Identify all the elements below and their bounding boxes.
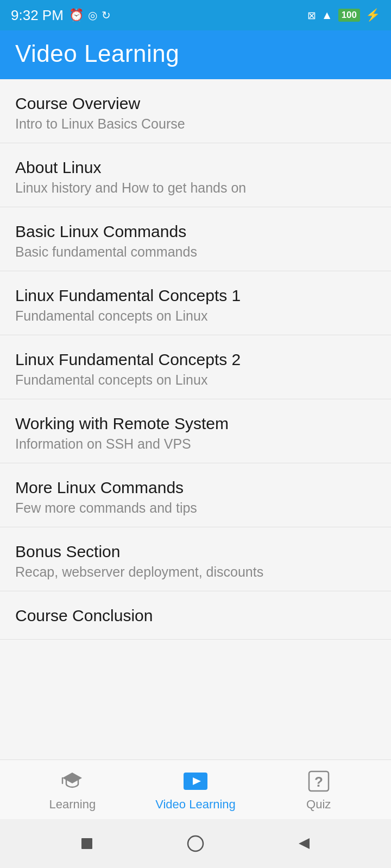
recent-apps-button[interactable] [77,834,97,853]
course-item-subtitle: Fundamental concepts on Linux [15,372,376,388]
video-learning-icon [182,768,209,794]
nav-label-quiz: Quiz [306,797,331,812]
svg-rect-4 [81,838,92,849]
course-item-title: Basic Linux Commands [15,222,376,241]
system-nav [0,819,391,868]
course-item[interactable]: Course Conclusion [0,591,391,640]
course-item-title: Linux Fundamental Concepts 1 [15,286,376,305]
screen-record-icon: ⊠ [307,9,316,22]
course-item-title: About Linux [15,158,376,177]
course-item[interactable]: About LinuxLinux history and How to get … [0,143,391,207]
location-icon: ◎ [88,9,97,22]
course-item-subtitle: Linux history and How to get hands on [15,180,376,196]
app-title: Video Learning [15,40,376,67]
course-item-subtitle: Fundamental concepts on Linux [15,308,376,324]
course-item[interactable]: Course OverviewIntro to Linux Basics Cou… [0,79,391,143]
course-item[interactable]: Linux Fundamental Concepts 2Fundamental … [0,335,391,399]
nav-item-learning[interactable]: Learning [11,768,134,812]
course-item-subtitle: Information on SSH and VPS [15,436,376,452]
bottom-nav: Learning Video Learning ? Quiz [0,760,391,819]
svg-point-5 [188,836,203,851]
course-item-title: Bonus Section [15,542,376,561]
home-button[interactable] [186,834,205,853]
back-button[interactable] [294,834,314,853]
svg-marker-6 [299,838,310,849]
course-item-title: Linux Fundamental Concepts 2 [15,350,376,369]
course-item-subtitle: Intro to Linux Basics Course [15,116,376,132]
course-item[interactable]: Linux Fundamental Concepts 1Fundamental … [0,271,391,335]
course-item-subtitle: Basic fundamental commands [15,244,376,260]
course-item-title: Course Conclusion [15,607,376,625]
learning-icon [59,768,85,794]
course-item-title: Working with Remote System [15,414,376,433]
nav-item-quiz[interactable]: ? Quiz [257,768,380,812]
sync-icon: ↻ [102,9,111,22]
nav-item-video-learning[interactable]: Video Learning [134,768,257,812]
status-time: 9:32 PM [11,7,64,24]
quiz-icon: ? [306,768,332,794]
course-item[interactable]: Basic Linux CommandsBasic fundamental co… [0,207,391,271]
status-bar: 9:32 PM ⏰ ◎ ↻ ⊠ ▲ 100 ⚡ [0,0,391,30]
battery-text: 100 [338,9,360,22]
course-item-subtitle: Recap, webserver deployment, discounts [15,564,376,580]
app-header: Video Learning [0,30,391,79]
course-item-title: Course Overview [15,94,376,113]
course-list: Course OverviewIntro to Linux Basics Cou… [0,79,391,760]
course-item[interactable]: More Linux CommandsFew more commands and… [0,463,391,527]
svg-text:?: ? [314,774,323,790]
wifi-icon: ▲ [321,9,333,22]
course-item[interactable]: Bonus SectionRecap, webserver deployment… [0,527,391,591]
course-item-subtitle: Few more commands and tips [15,500,376,516]
course-item[interactable]: Working with Remote SystemInformation on… [0,399,391,463]
charge-icon: ⚡ [365,8,380,22]
nav-label-learning: Learning [49,797,96,812]
alarm-icon: ⏰ [69,8,84,22]
nav-label-video-learning: Video Learning [155,797,236,812]
course-item-title: More Linux Commands [15,478,376,497]
